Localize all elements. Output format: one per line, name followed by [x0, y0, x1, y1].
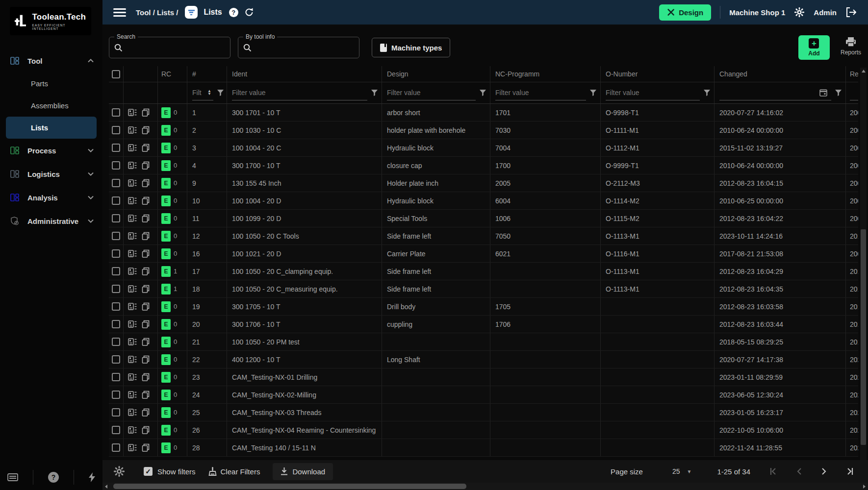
- table-row[interactable]: E 0 2 100 1030 - 10 C holder plate with …: [109, 122, 858, 139]
- admin-menu[interactable]: Admin: [814, 8, 837, 17]
- table-settings-gear-icon[interactable]: [113, 466, 125, 477]
- filter-list-icon[interactable]: [185, 6, 198, 19]
- design-filter-input[interactable]: Filter value: [387, 86, 476, 100]
- table-row[interactable]: E 0 16 100 1021 - 20 D Carrier Plate 602…: [109, 245, 858, 263]
- show-filters-label[interactable]: Show filters: [157, 467, 196, 476]
- row-checkbox[interactable]: [112, 249, 120, 258]
- details-card-icon[interactable]: [128, 126, 137, 134]
- details-card-icon[interactable]: [128, 268, 137, 275]
- sidebar-item-administrative[interactable]: Administrative: [0, 209, 102, 233]
- copy-icon[interactable]: [142, 391, 150, 399]
- row-checkbox[interactable]: [112, 285, 120, 293]
- row-checkbox[interactable]: [112, 426, 120, 434]
- sidebar-item-assemblies[interactable]: Assemblies: [0, 95, 102, 117]
- lightning-icon[interactable]: [89, 472, 95, 482]
- details-card-icon[interactable]: [128, 391, 137, 398]
- add-button[interactable]: + Add: [798, 35, 830, 60]
- table-row[interactable]: E 0 23 CAM_Testing-NX-01 Drilling 2023-0…: [109, 368, 858, 386]
- clear-filters-button[interactable]: Clear Filters: [208, 467, 260, 476]
- filter-icon[interactable]: [835, 90, 842, 96]
- table-row[interactable]: E 0 24 CAM_Testing-NX-02-Milling 2023-06…: [109, 386, 858, 404]
- table-row[interactable]: E 0 10 100 1004 - 20 D Hydraulic block 6…: [109, 192, 858, 210]
- details-card-icon[interactable]: [128, 162, 137, 169]
- table-row[interactable]: E 1 17 100 1050 - 20 C_clamping equip. S…: [109, 263, 858, 280]
- row-checkbox[interactable]: [112, 196, 120, 205]
- row-checkbox[interactable]: [112, 232, 120, 240]
- vertical-scrollbar-thumb[interactable]: [861, 229, 866, 445]
- column-header-ident[interactable]: Ident: [227, 66, 382, 82]
- by-tool-info-field[interactable]: By tool info: [238, 37, 359, 58]
- column-header-o-number[interactable]: O-Number: [601, 66, 715, 82]
- shop-selector[interactable]: Machine Shop 1: [729, 8, 785, 17]
- column-header-rc[interactable]: RC: [158, 66, 187, 82]
- vertical-scrollbar[interactable]: [860, 68, 867, 479]
- search-input[interactable]: [127, 44, 215, 51]
- row-checkbox[interactable]: [112, 373, 120, 381]
- table-row[interactable]: E 0 11 100 1099 - 20 D Special Tools 100…: [109, 210, 858, 227]
- nc-programm-filter-input[interactable]: Filter value: [495, 86, 586, 100]
- select-all-checkbox[interactable]: [112, 70, 120, 78]
- ident-filter-input[interactable]: Filter value: [232, 86, 367, 100]
- table-row[interactable]: E 0 4 300 1700 - 10 T closure cap 1700 O…: [109, 157, 858, 174]
- filter-icon[interactable]: [704, 90, 710, 96]
- row-checkbox[interactable]: [112, 408, 120, 416]
- row-checkbox[interactable]: [112, 320, 120, 328]
- sidebar-item-logistics[interactable]: Logistics: [0, 162, 102, 186]
- machine-types-button[interactable]: Machine types: [372, 38, 450, 57]
- copy-icon[interactable]: [142, 179, 150, 187]
- copy-icon[interactable]: [142, 232, 150, 240]
- row-checkbox[interactable]: [112, 302, 120, 311]
- column-header-rec[interactable]: Rec: [846, 66, 858, 82]
- row-checkbox[interactable]: [112, 267, 120, 275]
- menu-icon[interactable]: [113, 6, 126, 19]
- table-row[interactable]: E 0 19 300 1705 - 10 T Drill body 1705 2…: [109, 298, 858, 316]
- details-card-icon[interactable]: [128, 197, 137, 204]
- copy-icon[interactable]: [142, 161, 150, 170]
- by-tool-info-input[interactable]: [255, 44, 344, 51]
- scroll-up-arrow[interactable]: [862, 70, 866, 73]
- page-size-value[interactable]: 25: [672, 467, 680, 475]
- table-row[interactable]: E 0 20 300 1706 - 10 T cuppling 1706 201…: [109, 316, 858, 333]
- o-number-filter-input[interactable]: Filter value: [606, 86, 700, 100]
- row-checkbox[interactable]: [112, 126, 120, 134]
- filter-icon[interactable]: [217, 90, 224, 96]
- download-button[interactable]: Download: [273, 463, 333, 480]
- table-row[interactable]: E 0 12 100 1050 - 20 C Tools Side frame …: [109, 227, 858, 245]
- reports-button[interactable]: Reports: [841, 35, 861, 56]
- gear-icon[interactable]: [794, 7, 805, 18]
- copy-icon[interactable]: [142, 426, 150, 434]
- calendar-icon[interactable]: [819, 89, 827, 97]
- copy-icon[interactable]: [142, 302, 150, 311]
- number-spinner[interactable]: ▲▼: [207, 90, 211, 96]
- copy-icon[interactable]: [142, 214, 150, 222]
- row-checkbox[interactable]: [112, 108, 120, 117]
- details-card-icon[interactable]: [128, 373, 137, 381]
- details-card-icon[interactable]: [128, 179, 137, 187]
- sidebar-item-tool[interactable]: Tool: [0, 49, 102, 73]
- page-size-dropdown-icon[interactable]: ▼: [687, 469, 692, 474]
- table-row[interactable]: E 0 21 100 1050 - 20 PM test 2018-05-15 …: [109, 333, 858, 351]
- breadcrumb[interactable]: Tool / Lists /: [136, 8, 178, 17]
- copy-icon[interactable]: [142, 443, 150, 452]
- details-card-icon[interactable]: [128, 109, 137, 116]
- table-row[interactable]: E 1 18 100 1050 - 20 C_measuring equip. …: [109, 280, 858, 298]
- changed-filter-input[interactable]: [719, 86, 831, 100]
- copy-icon[interactable]: [142, 355, 150, 364]
- copy-icon[interactable]: [142, 267, 150, 275]
- table-row[interactable]: E 0 9 130 155 45 Inch Holder plate inch …: [109, 174, 858, 192]
- details-card-icon[interactable]: [128, 144, 137, 151]
- first-page-button[interactable]: [769, 467, 778, 475]
- details-card-icon[interactable]: [128, 232, 137, 240]
- search-field[interactable]: Search: [109, 37, 230, 58]
- details-card-icon[interactable]: [128, 250, 137, 257]
- details-card-icon[interactable]: [128, 444, 137, 451]
- table-row[interactable]: E 0 28 CAM_Testing 140 / 15-11 N 2022-11…: [109, 439, 858, 457]
- last-page-button[interactable]: [845, 467, 854, 475]
- details-card-icon[interactable]: [128, 320, 137, 328]
- help-icon[interactable]: ?: [229, 8, 238, 17]
- row-checkbox[interactable]: [112, 161, 120, 170]
- horizontal-scrollbar-thumb[interactable]: [113, 484, 466, 489]
- table-row[interactable]: E 0 22 400 1200 - 10 T Long Shaft 2020-0…: [109, 351, 858, 368]
- scroll-right-arrow[interactable]: [863, 485, 866, 489]
- row-checkbox[interactable]: [112, 355, 120, 364]
